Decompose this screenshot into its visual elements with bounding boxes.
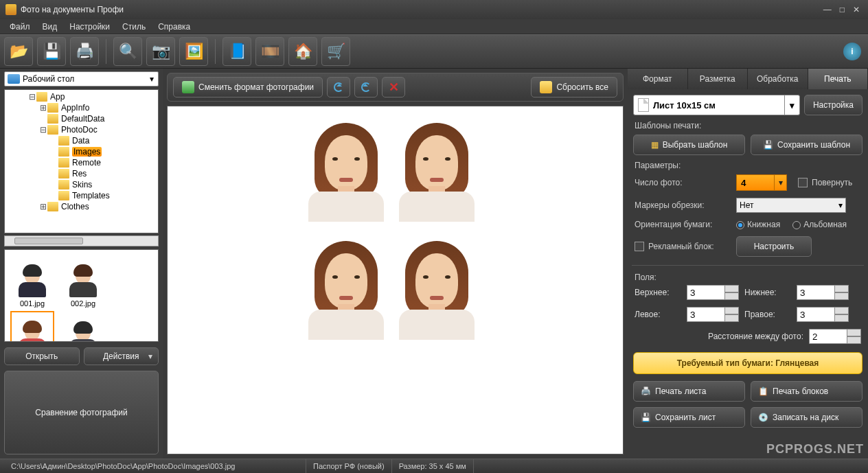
location-select[interactable]: Рабочий стол ▾ (4, 71, 159, 86)
paper-format-label: Лист 10x15 см (653, 100, 784, 111)
tab-print[interactable]: Печать (808, 69, 869, 89)
menu-help[interactable]: Справка (152, 21, 196, 33)
orientation-portrait[interactable]: Книжная (736, 220, 780, 229)
choose-template-button[interactable]: ▦Выбрать шаблон (633, 135, 745, 155)
count-label: Число фото: (635, 178, 731, 187)
delete-button[interactable]: ✕ (382, 77, 405, 97)
about-button[interactable]: i (843, 43, 861, 60)
thumbnail-item[interactable]: 001.jpg (8, 254, 57, 308)
tree-node[interactable]: ⊞Clothes (5, 201, 158, 212)
save-button[interactable]: 💾 (37, 37, 66, 66)
thumbnails-panel: 001.jpg002.jpg003.jpg6.jpg (4, 249, 159, 342)
rotate-left-button[interactable] (327, 77, 350, 97)
minimize-button[interactable]: — (823, 5, 832, 14)
margins-title: Поля: (635, 273, 863, 282)
photo-gap-label: Расстояние между фото: (708, 332, 803, 341)
camera-button[interactable]: 📷 (146, 37, 175, 66)
photo-slot (305, 112, 387, 222)
ad-block-checkbox[interactable]: Рекламный блок: (635, 242, 731, 252)
watermark: PCPROGS.NET (766, 442, 864, 457)
close-button[interactable]: ✕ (853, 5, 860, 14)
actions-button[interactable]: Действия (84, 347, 159, 365)
tree-node[interactable]: Remote (5, 157, 158, 168)
thumbnail-item[interactable]: 002.jpg (58, 254, 108, 308)
paper-settings-button[interactable]: Настройка (804, 95, 863, 115)
paper-type-banner: Требуемый тип бумаги: Глянцевая (633, 352, 863, 374)
status-format: Паспорт РФ (новый) (306, 459, 392, 473)
tree-scrollbar[interactable] (4, 235, 159, 246)
home-button[interactable]: 🏠 (288, 37, 317, 66)
margin-right-field[interactable]: ▴▾ (797, 307, 849, 322)
burn-disc-button[interactable]: 💿Записать на диск (751, 407, 863, 428)
save-sheet-button[interactable]: 💾Сохранить лист (633, 407, 745, 428)
tree-node[interactable]: ⊟PhotoDoc (5, 124, 158, 135)
tree-node[interactable]: ⊞AppInfo (5, 102, 158, 113)
change-format-button[interactable]: Сменить формат фотографии (173, 77, 323, 97)
orient-label: Ориентация бумаги: (635, 220, 731, 229)
tree-node[interactable]: Skins (5, 179, 158, 190)
photo-slot (396, 230, 478, 340)
rotate-right-icon (360, 81, 372, 93)
params-title: Параметры: (635, 161, 863, 170)
ad-settings-button[interactable]: Настроить (736, 236, 812, 257)
crop-markers-select[interactable]: Нет▾ (736, 198, 846, 213)
print-sheet (305, 112, 483, 366)
open-folder-button[interactable]: 📂 (4, 37, 33, 66)
cart-button[interactable]: 🛒 (321, 37, 350, 66)
menu-view[interactable]: Вид (37, 21, 63, 33)
document-icon (638, 98, 649, 112)
zoom-button[interactable]: 🔍 (113, 37, 142, 66)
tree-node[interactable]: DefaultData (5, 113, 158, 124)
margin-top-field[interactable]: ▴▾ (687, 285, 739, 300)
menu-settings[interactable]: Настройки (64, 21, 115, 33)
chevron-down-icon: ▾ (784, 95, 799, 115)
rotate-checkbox[interactable]: Повернуть (798, 178, 852, 188)
orientation-landscape[interactable]: Альбомная (792, 220, 847, 229)
photo-slot (305, 230, 387, 340)
photo-count-field[interactable]: ▾ (736, 174, 787, 191)
print-blocks-button[interactable]: 📋Печать блоков (751, 381, 863, 402)
tab-format[interactable]: Формат (628, 69, 688, 89)
tree-node[interactable]: ⊟App (5, 91, 158, 102)
save-template-button[interactable]: 💾Сохранить шаблон (751, 135, 863, 155)
folder-tree[interactable]: ⊟App⊞AppInfo DefaultData⊟PhotoDoc Data I… (4, 89, 159, 233)
print-sheet-button[interactable]: 🖨️Печать листа (633, 381, 745, 402)
center-panel: Сменить формат фотографии ✕ Сбросить все (163, 69, 628, 459)
center-toolbar: Сменить формат фотографии ✕ Сбросить все (167, 73, 624, 102)
right-tabs: Формат Разметка Обработка Печать (628, 69, 868, 89)
maximize-button[interactable]: □ (840, 5, 845, 14)
margin-bottom-label: Нижнее: (744, 288, 791, 297)
reset-all-button[interactable]: Сбросить все (531, 77, 617, 97)
tab-markup[interactable]: Разметка (688, 69, 749, 89)
print-preview-canvas[interactable] (167, 106, 624, 454)
open-button[interactable]: Открыть (4, 347, 80, 365)
compare-button[interactable]: Сравнение фотографий (4, 371, 159, 455)
menubar: Файл Вид Настройки Стиль Справка (0, 19, 868, 34)
tree-node[interactable]: Res (5, 168, 158, 179)
tree-node[interactable]: Images (5, 146, 158, 157)
image-button[interactable]: 🖼️ (179, 37, 208, 66)
paper-format-select[interactable]: Лист 10x15 см ▾ (633, 95, 800, 115)
photo-slot (396, 112, 478, 222)
margin-top-label: Верхнее: (635, 288, 681, 297)
rotate-right-button[interactable] (354, 77, 378, 97)
tab-process[interactable]: Обработка (748, 69, 808, 89)
print-button[interactable]: 🖨️ (70, 37, 99, 66)
tree-node[interactable]: Templates (5, 190, 158, 201)
templates-title: Шаблоны печати: (635, 121, 863, 130)
menu-file[interactable]: Файл (4, 21, 36, 33)
menu-style[interactable]: Стиль (117, 21, 151, 33)
margin-left-field[interactable]: ▴▾ (687, 307, 739, 322)
user-icon (182, 81, 194, 93)
chevron-down-icon: ▾ (146, 74, 158, 84)
main-toolbar: 📂 💾 🖨️ 🔍 📷 🖼️ 📘 🎞️ 🏠 🛒 i (0, 34, 868, 69)
right-panel: Формат Разметка Обработка Печать Лист 10… (628, 69, 868, 459)
thumbnail-item[interactable]: 6.jpg (58, 311, 108, 342)
photo-gap-field[interactable]: ▴▾ (809, 329, 861, 344)
thumbnail-item[interactable]: 003.jpg (8, 311, 57, 342)
help-button[interactable]: 📘 (222, 37, 251, 66)
rotate-left-icon (332, 81, 345, 93)
video-button[interactable]: 🎞️ (255, 37, 284, 66)
tree-node[interactable]: Data (5, 135, 158, 146)
margin-bottom-field[interactable]: ▴▾ (797, 285, 849, 300)
